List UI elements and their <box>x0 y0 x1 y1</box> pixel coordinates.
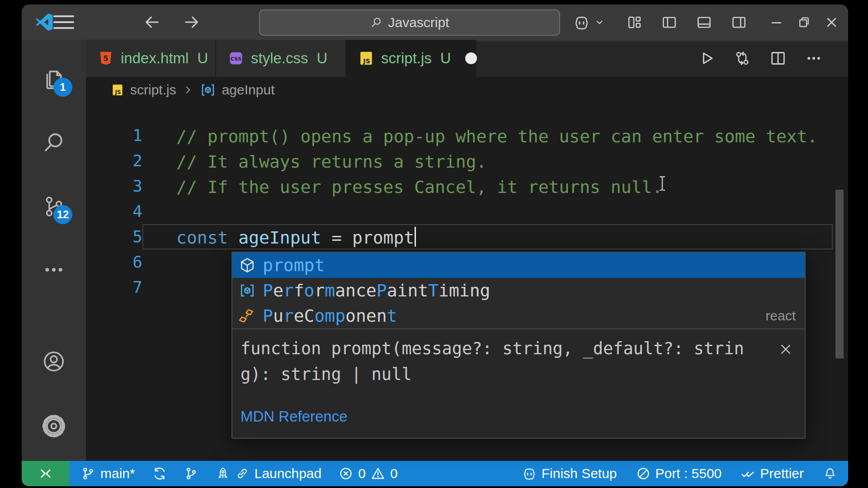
code-line[interactable]: 5const ageInput = prompt <box>86 224 848 249</box>
tab-style.css[interactable]: CSSstyle.cssU <box>216 40 346 77</box>
main-area: 112 5index.htmlUCSSstyle.cssUJSscript.js… <box>22 40 848 461</box>
status-item-prettier[interactable]: Prettier <box>741 466 804 481</box>
vscode-logo-icon <box>35 13 53 31</box>
double-check-icon <box>741 466 755 481</box>
close-icon[interactable] <box>778 342 793 357</box>
activity-bar-explorer[interactable]: 1 <box>42 67 66 91</box>
activity-bar-accounts[interactable] <box>42 349 66 374</box>
variable-icon <box>239 282 256 299</box>
line-number[interactable]: 5 <box>86 224 142 249</box>
tabs: 5index.htmlUCSSstyle.cssUJSscript.jsU <box>86 40 476 77</box>
suggest-item-label: PureComponent <box>263 306 397 326</box>
status-item-live-server-port[interactable]: Port : 5500 <box>636 466 722 481</box>
line-number[interactable]: 1 <box>86 123 142 148</box>
customize-layout-icon[interactable] <box>626 14 643 31</box>
remote-indicator[interactable] <box>22 461 69 486</box>
suggest-item-label: PerformancePaintTiming <box>263 281 490 300</box>
code-line[interactable]: 3// If the user presses Cancel, it retur… <box>86 174 848 199</box>
status-item-git-branch[interactable]: main* <box>81 466 135 481</box>
status-text: 0 <box>358 466 366 481</box>
status-item-launchpad[interactable]: Launchpad <box>216 466 321 481</box>
activity-bar-additional-views[interactable] <box>42 258 66 282</box>
code-token: = <box>321 228 352 248</box>
js: JS <box>358 50 374 66</box>
activity-bar: 112 <box>22 40 86 461</box>
line-number[interactable]: 2 <box>86 148 142 174</box>
breadcrumb-symbol[interactable]: ageInput <box>222 82 275 98</box>
code-line[interactable]: 1// prompt() opens a pop-up where the us… <box>86 123 848 148</box>
code-token: ageInput <box>238 228 321 248</box>
suggest-item-source: react <box>765 308 796 324</box>
suggest-item[interactable]: PerformancePaintTiming <box>232 278 805 303</box>
chevron-down-icon[interactable] <box>594 16 605 28</box>
toggle-primary-sidebar-icon[interactable] <box>661 14 678 31</box>
code-line-content: const ageInput = prompt <box>142 224 833 249</box>
back-arrow-icon[interactable] <box>143 13 161 31</box>
badge: 1 <box>53 78 72 97</box>
editor-action-compare-icon[interactable] <box>733 49 751 67</box>
activity-bar-search[interactable] <box>42 130 66 155</box>
chevron-right-icon <box>182 84 194 96</box>
status-item-copilot-status[interactable]: Finish Setup <box>522 466 617 481</box>
editor-action-more-icon[interactable] <box>805 49 823 67</box>
suggest-item[interactable]: prompt <box>232 253 805 278</box>
status-text: Prettier <box>760 466 804 481</box>
line-number[interactable]: 6 <box>86 249 142 275</box>
warning-icon <box>371 466 385 481</box>
forward-arrow-icon[interactable] <box>183 13 201 31</box>
suggest-item[interactable]: PureComponentreact <box>232 303 805 328</box>
rocket-icon <box>216 466 230 481</box>
breadcrumb[interactable]: JS script.js ageInput <box>86 77 848 103</box>
titlebar: Javascript <box>22 5 848 40</box>
breadcrumb-file[interactable]: script.js <box>130 82 176 98</box>
status-text: main* <box>100 466 135 481</box>
suggest-list: promptPerformancePaintTimingPureComponen… <box>232 253 805 328</box>
editor-action-split-editor-icon[interactable] <box>769 49 787 67</box>
graph-icon <box>184 466 198 481</box>
editor-scrollbar[interactable] <box>835 190 844 358</box>
badge: 12 <box>53 205 72 224</box>
activity-bar-source-control[interactable]: 12 <box>42 194 66 219</box>
editor-action-run-icon[interactable] <box>698 49 716 67</box>
status-item-sync-changes[interactable] <box>152 466 167 481</box>
toggle-secondary-sidebar-icon[interactable] <box>731 14 747 31</box>
function-signature-line: function prompt(message?: string, _defau… <box>241 336 796 361</box>
svg-text:CSS: CSS <box>231 56 241 62</box>
line-number[interactable]: 4 <box>86 199 142 224</box>
menu-hamburger-icon[interactable] <box>53 14 74 30</box>
status-text: Launchpad <box>255 466 321 481</box>
code-line-content: // prompt() opens a pop-up where the use… <box>142 123 833 148</box>
restore-window-icon[interactable] <box>796 14 812 31</box>
code-token: const <box>176 228 228 248</box>
status-item-notifications[interactable] <box>823 466 837 481</box>
toggle-panel-icon[interactable] <box>696 14 712 31</box>
titlebar-right-actions <box>573 5 840 40</box>
css: CSS <box>228 50 244 66</box>
branch-icon <box>81 466 95 481</box>
command-center-search[interactable]: Javascript <box>259 9 560 36</box>
activity-bar-settings[interactable] <box>42 414 66 438</box>
status-item-problems[interactable]: 00 <box>339 466 397 481</box>
status-bar: main*Launchpad00 Finish SetupPort : 5500… <box>22 461 848 486</box>
tab-index.html[interactable]: 5index.htmlU <box>86 40 216 77</box>
remote-icon <box>38 466 53 481</box>
symbol-variable-icon <box>200 82 216 98</box>
intellisense-suggest-widget: promptPerformancePaintTimingPureComponen… <box>231 252 806 439</box>
tab-script.js[interactable]: JSscript.jsU <box>346 40 476 77</box>
class-icon <box>239 307 256 324</box>
code-line[interactable]: 2// It always returns a string. <box>86 148 848 174</box>
html: 5 <box>98 50 114 66</box>
mdn-reference-link[interactable]: MDN Reference <box>241 408 796 425</box>
status-item-git-graph[interactable] <box>184 466 198 481</box>
unsaved-dot-icon <box>465 52 477 64</box>
search-icon <box>370 16 382 29</box>
code-line[interactable]: 4 <box>86 199 848 224</box>
code-token: // It always returns a string. <box>176 152 486 172</box>
tab-label: script.js <box>381 50 432 67</box>
line-number[interactable]: 3 <box>86 174 142 199</box>
minimize-icon[interactable] <box>768 14 785 31</box>
close-window-icon[interactable] <box>823 14 840 31</box>
cube-icon <box>239 257 256 274</box>
line-number[interactable]: 7 <box>86 275 142 300</box>
copilot-icon[interactable] <box>573 14 590 31</box>
